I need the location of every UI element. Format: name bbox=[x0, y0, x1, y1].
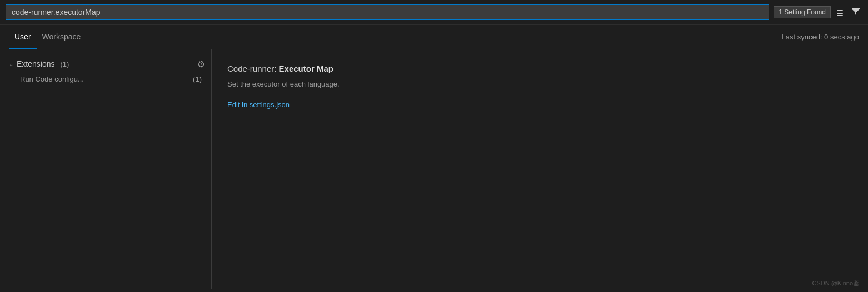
detail-panel: Code-runner: Executor Map Set the execut… bbox=[212, 49, 868, 289]
search-right-area: 1 Setting Found ≣ bbox=[774, 6, 862, 19]
setting-title: Code-runner: Executor Map bbox=[227, 63, 852, 74]
sidebar: ⌄ Extensions (1) ⚙ Run Code configu... (… bbox=[0, 49, 211, 289]
search-input[interactable] bbox=[6, 4, 769, 20]
edit-in-settings-link[interactable]: Edit in settings.json bbox=[227, 100, 290, 109]
sidebar-item-run-code[interactable]: Run Code configu... (1) bbox=[0, 72, 211, 87]
watermark: CSDN @Kinno斋 bbox=[812, 279, 859, 288]
gear-icon: ⚙ bbox=[197, 59, 205, 69]
sort-icon: ≣ bbox=[836, 7, 844, 18]
sidebar-item-label: Run Code configu... bbox=[20, 75, 84, 83]
tabs-area: User Workspace Last synced: 0 secs ago bbox=[0, 25, 868, 49]
search-bar-container: 1 Setting Found ≣ bbox=[0, 0, 868, 25]
search-input-wrapper bbox=[6, 4, 769, 20]
sidebar-section-label: Extensions bbox=[17, 59, 54, 68]
tab-workspace[interactable]: Workspace bbox=[37, 25, 87, 49]
sidebar-section-count: (1) bbox=[60, 60, 69, 68]
main-content: ⌄ Extensions (1) ⚙ Run Code configu... (… bbox=[0, 49, 868, 289]
last-synced: Last synced: 0 secs ago bbox=[782, 33, 859, 41]
setting-description: Set the executor of each language. bbox=[227, 79, 852, 90]
filter-button[interactable] bbox=[849, 6, 862, 19]
chevron-down-icon: ⌄ bbox=[9, 61, 13, 67]
filter-icon bbox=[851, 7, 860, 18]
tabs-left: User Workspace bbox=[9, 25, 86, 49]
gear-button[interactable]: ⚙ bbox=[196, 58, 206, 71]
sidebar-section-header-extensions[interactable]: ⌄ Extensions (1) bbox=[0, 56, 196, 72]
tab-user[interactable]: User bbox=[9, 25, 37, 49]
sidebar-section-extensions: ⌄ Extensions (1) ⚙ Run Code configu... (… bbox=[0, 56, 211, 87]
sidebar-item-count: (1) bbox=[193, 75, 202, 83]
settings-found-badge: 1 Setting Found bbox=[774, 6, 831, 18]
sort-button[interactable]: ≣ bbox=[834, 6, 846, 19]
